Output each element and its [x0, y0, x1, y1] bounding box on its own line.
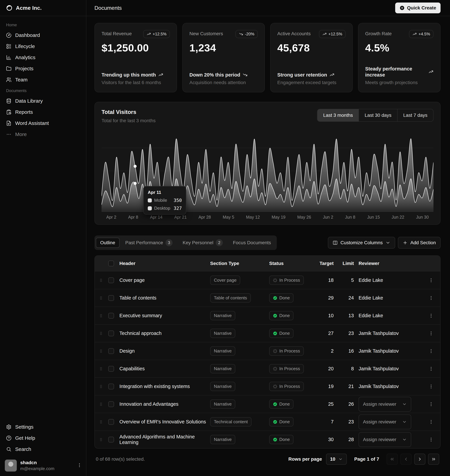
range-last-7-days[interactable]: Last 7 days	[397, 109, 433, 121]
drag-handle-icon[interactable]	[99, 278, 108, 283]
assign-reviewer-select[interactable]: Assign reviewer	[359, 432, 411, 447]
row-checkbox[interactable]	[108, 348, 114, 354]
row-header-cell[interactable]: Technical approach	[119, 331, 210, 336]
target-cell[interactable]: 2	[315, 348, 338, 354]
limit-cell[interactable]: 23	[338, 331, 359, 336]
row-menu-icon[interactable]	[426, 296, 436, 301]
limit-cell[interactable]: 13	[338, 313, 359, 318]
row-checkbox[interactable]	[108, 313, 114, 319]
row-header-cell[interactable]: Design	[119, 348, 210, 354]
target-cell[interactable]: 10	[315, 313, 338, 318]
sidebar-item-more[interactable]: More	[3, 129, 83, 140]
select-all-checkbox[interactable]	[108, 261, 114, 266]
row-menu-icon[interactable]	[426, 278, 436, 283]
row-header-cell[interactable]: Table of contents	[119, 295, 210, 301]
sidebar-item-projects[interactable]: Projects	[3, 63, 83, 74]
first-page-button[interactable]	[387, 453, 398, 465]
assign-reviewer-select[interactable]: Assign reviewer	[359, 414, 411, 429]
add-section-button[interactable]: Add Section	[398, 237, 441, 249]
user-card[interactable]: shadcn m@example.com	[0, 456, 86, 476]
row-menu-icon[interactable]	[426, 348, 436, 354]
tab-key-personnel[interactable]: Key Personnel2	[178, 237, 227, 249]
row-menu-icon[interactable]	[426, 384, 436, 389]
sidebar-item-analytics[interactable]: Analytics	[3, 52, 83, 63]
target-cell[interactable]: 25	[315, 401, 338, 407]
limit-cell[interactable]: 5	[338, 278, 359, 283]
sidebar-item-search[interactable]: Search	[3, 444, 83, 455]
sidebar-item-word-assistant[interactable]: Word Assistant	[3, 118, 83, 129]
row-header-cell[interactable]: Innovation and Advantages	[119, 401, 210, 407]
row-menu-icon[interactable]	[426, 331, 436, 336]
row-header-cell[interactable]: Integration with existing systems	[119, 384, 210, 389]
row-checkbox[interactable]	[108, 295, 114, 301]
drag-handle-icon[interactable]	[99, 367, 108, 371]
tab-past-performance[interactable]: Past Performance3	[121, 237, 177, 249]
row-menu-icon[interactable]	[426, 366, 436, 371]
drag-handle-icon[interactable]	[99, 402, 108, 406]
target-cell[interactable]: 19	[315, 384, 338, 389]
limit-cell[interactable]: 16	[338, 348, 359, 354]
x-tick: Apr 28	[199, 215, 211, 220]
row-menu-icon[interactable]	[426, 437, 436, 442]
sidebar-item-get-help[interactable]: Get Help	[3, 433, 83, 444]
target-cell[interactable]: 27	[315, 331, 338, 336]
drag-handle-icon[interactable]	[99, 384, 108, 389]
sidebar-item-team[interactable]: Team	[3, 74, 83, 85]
assign-reviewer-select[interactable]: Assign reviewer	[359, 397, 411, 412]
row-checkbox[interactable]	[108, 366, 114, 372]
limit-cell[interactable]: 24	[338, 295, 359, 301]
last-page-button[interactable]	[428, 453, 439, 465]
row-checkbox[interactable]	[108, 384, 114, 389]
drag-handle-icon[interactable]	[99, 313, 108, 318]
drag-handle-icon[interactable]	[99, 420, 108, 424]
target-cell[interactable]: 20	[315, 366, 338, 372]
table-row: Table of contents Table of contents Done…	[95, 289, 440, 307]
sidebar-item-data-library[interactable]: Data Library	[3, 95, 83, 106]
sidebar-item-settings[interactable]: Settings	[3, 421, 83, 433]
target-cell[interactable]: 29	[315, 295, 338, 301]
brand-name: Acme Inc.	[16, 5, 42, 11]
limit-cell[interactable]: 21	[338, 384, 359, 389]
sidebar-item-lifecycle[interactable]: Lifecycle	[3, 41, 83, 52]
topbar: Documents Quick Create	[86, 0, 450, 16]
range-last-30-days[interactable]: Last 30 days	[359, 109, 397, 121]
target-cell[interactable]: 7	[315, 419, 338, 425]
drag-handle-icon[interactable]	[99, 349, 108, 353]
target-cell[interactable]: 30	[315, 437, 338, 442]
chart-plot: Apr 11 Mobile350Desktop327 Apr 2Apr 8Apr…	[101, 133, 433, 220]
row-checkbox[interactable]	[108, 331, 114, 336]
row-checkbox[interactable]	[108, 419, 114, 425]
row-checkbox[interactable]	[108, 437, 114, 442]
row-menu-icon[interactable]	[426, 402, 436, 407]
row-header-cell[interactable]: Executive summary	[119, 313, 210, 318]
row-checkbox[interactable]	[108, 278, 114, 283]
row-header-cell[interactable]: Advanced Algorithms and Machine Learning	[119, 434, 210, 445]
range-last-3-months[interactable]: Last 3 months	[317, 109, 359, 121]
row-header-cell[interactable]: Overview of EMR's Innovative Solutions	[119, 419, 210, 425]
row-header-cell[interactable]: Capabilities	[119, 366, 210, 372]
tab-outline[interactable]: Outline	[96, 238, 120, 248]
quick-create-button[interactable]: Quick Create	[395, 3, 441, 13]
drag-handle-icon[interactable]	[99, 296, 108, 300]
row-menu-icon[interactable]	[426, 419, 436, 424]
gauge-icon	[6, 33, 12, 38]
sidebar-item-reports[interactable]: Reports	[3, 106, 83, 118]
sidebar-item-dashboard[interactable]: Dashboard	[3, 30, 83, 41]
limit-cell[interactable]: 26	[338, 401, 359, 407]
row-checkbox[interactable]	[108, 401, 114, 407]
row-menu-icon[interactable]	[426, 313, 436, 318]
tab-focus-documents[interactable]: Focus Documents	[229, 238, 275, 248]
next-page-button[interactable]	[414, 453, 425, 465]
drag-handle-icon[interactable]	[99, 331, 108, 336]
limit-cell[interactable]: 23	[338, 419, 359, 425]
rows-per-page-select[interactable]: 10	[326, 453, 347, 465]
prev-page-button[interactable]	[400, 453, 412, 465]
row-header-cell[interactable]: Cover page	[119, 278, 210, 283]
limit-cell[interactable]: 28	[338, 437, 359, 442]
brand[interactable]: Acme Inc.	[0, 0, 86, 16]
limit-cell[interactable]: 8	[338, 366, 359, 372]
user-menu-icon[interactable]	[77, 463, 82, 468]
target-cell[interactable]: 18	[315, 278, 338, 283]
customize-columns-button[interactable]: Customize Columns	[328, 237, 395, 249]
drag-handle-icon[interactable]	[99, 437, 108, 442]
